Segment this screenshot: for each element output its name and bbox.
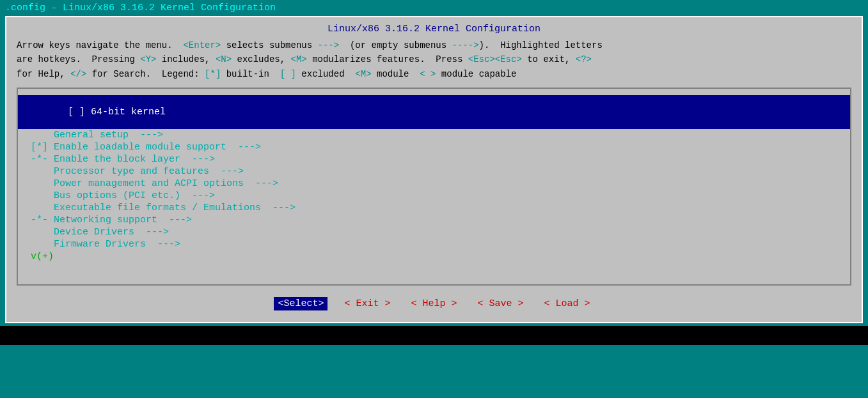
button-bar: <Select> < Exit > < Help > < Save > < Lo… [17, 292, 851, 316]
menu-item-loadable-module[interactable]: [*] Enable loadable module support ---> [18, 141, 850, 153]
menu-item-power-management[interactable]: Power management and ACPI options ---> [18, 178, 850, 190]
help-line1: Arrow keys navigate the menu. <Enter> se… [17, 38, 851, 52]
menu-item-64bit-kernel[interactable]: [ ] 64-bit kernel [18, 95, 850, 129]
menu-item-block-layer[interactable]: -*- Enable the block layer ---> [18, 153, 850, 165]
load-button[interactable]: < Load > [541, 297, 594, 310]
help-text: Arrow keys navigate the menu. <Enter> se… [17, 38, 851, 81]
menu-item-device-drivers[interactable]: Device Drivers ---> [18, 226, 850, 238]
menu-item-executable-formats[interactable]: Executable file formats / Emulations ---… [18, 202, 850, 214]
menu-item-general-setup[interactable]: General setup ---> [18, 129, 850, 141]
select-button[interactable]: <Select> [274, 297, 327, 310]
title-text: .config – Linux/x86 3.16.2 Kernel Config… [5, 3, 276, 13]
save-button[interactable]: < Save > [474, 297, 528, 310]
help-line2: are hotkeys. Pressing <Y> includes, <N> … [17, 52, 851, 66]
main-container: Linux/x86 3.16.2 Kernel Configuration Ar… [5, 16, 863, 323]
bottom-bar [0, 326, 868, 345]
help-button[interactable]: < Help > [407, 297, 461, 310]
exit-button[interactable]: < Exit > [340, 297, 394, 310]
menu-item-firmware-drivers[interactable]: Firmware Drivers ---> [18, 238, 850, 250]
title-bar: .config – Linux/x86 3.16.2 Kernel Config… [0, 0, 868, 16]
scroll-indicator: v(+) [18, 250, 850, 263]
menu-item-processor-type[interactable]: Processor type and features ---> [18, 165, 850, 178]
menu-item-networking[interactable]: -*- Networking support ---> [18, 214, 850, 226]
header-title: Linux/x86 3.16.2 Kernel Configuration [17, 24, 851, 34]
menu-box: [ ] 64-bit kernel General setup ---> [*]… [17, 88, 851, 286]
menu-item-bus-options[interactable]: Bus options (PCI etc.) ---> [18, 190, 850, 202]
help-line3: for Help, </> for Search. Legend: [*] bu… [17, 67, 851, 81]
